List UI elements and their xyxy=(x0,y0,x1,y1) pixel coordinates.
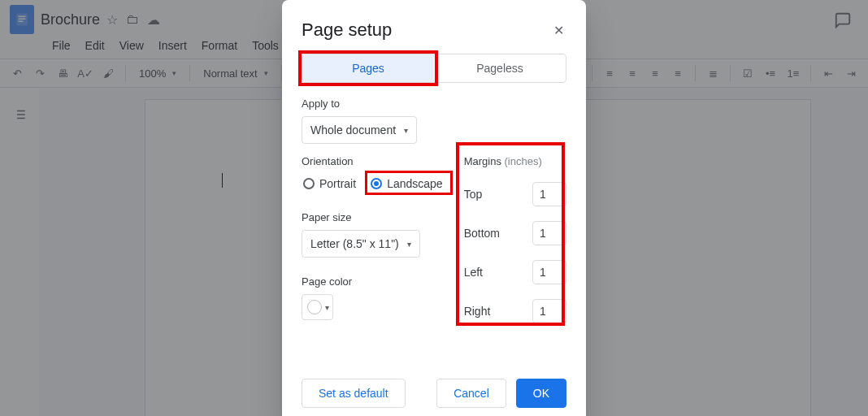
ok-button[interactable]: OK xyxy=(516,379,566,408)
orientation-label: Orientation xyxy=(302,155,445,167)
margins-label: Margins (inches) xyxy=(464,155,566,167)
margin-right-input[interactable] xyxy=(532,299,566,323)
tab-pages[interactable]: Pages xyxy=(302,54,434,82)
paper-size-dropdown[interactable]: Letter (8.5" x 11") xyxy=(302,230,420,258)
apply-to-label: Apply to xyxy=(302,98,566,110)
portrait-label: Portrait xyxy=(319,177,356,190)
page-color-picker[interactable] xyxy=(302,294,333,320)
margin-top-input[interactable] xyxy=(532,182,566,206)
tab-pageless[interactable]: Pageless xyxy=(434,54,566,82)
margin-right-label: Right xyxy=(464,305,491,318)
paper-size-label: Paper size xyxy=(302,211,445,223)
margin-top-label: Top xyxy=(464,188,483,201)
apply-to-dropdown[interactable]: Whole document xyxy=(302,116,417,144)
margin-bottom-label: Bottom xyxy=(464,227,500,240)
close-icon[interactable]: ✕ xyxy=(550,23,566,38)
dialog-title: Page setup xyxy=(302,20,392,41)
orientation-portrait-radio[interactable]: Portrait xyxy=(302,174,358,193)
orientation-landscape-radio[interactable]: Landscape xyxy=(369,174,445,193)
page-setup-dialog: Page setup ✕ Pages Pageless Apply to Who… xyxy=(282,0,586,416)
page-color-label: Page color xyxy=(302,275,445,288)
color-swatch-icon xyxy=(307,300,322,314)
margin-left-label: Left xyxy=(464,266,483,279)
margin-left-input[interactable] xyxy=(532,260,566,284)
set-as-default-button[interactable]: Set as default xyxy=(302,379,406,408)
cancel-button[interactable]: Cancel xyxy=(436,379,506,408)
margin-bottom-input[interactable] xyxy=(532,221,566,245)
landscape-label: Landscape xyxy=(387,177,443,190)
